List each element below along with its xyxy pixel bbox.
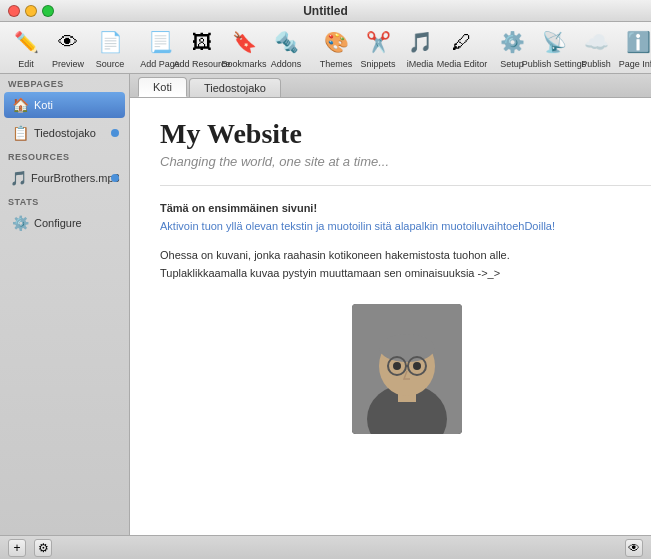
home-icon: 🏠 bbox=[10, 95, 30, 115]
setup-icon: ⚙️ bbox=[496, 26, 528, 58]
edit-icon: ✏️ bbox=[10, 26, 42, 58]
body-text-3: Ohessa on kuvani, jonka raahasin kotikon… bbox=[160, 249, 510, 261]
bottom-bar: + ⚙ 👁 bbox=[0, 535, 651, 559]
toolbar-add-resource[interactable]: 🖼 Add Resource bbox=[182, 22, 222, 73]
preview-area: My Website Changing the world, one site … bbox=[130, 98, 651, 535]
toolbar-themes-label: Themes bbox=[320, 59, 353, 69]
koti-label: Koti bbox=[34, 99, 53, 111]
preview-icon: 👁 bbox=[52, 26, 84, 58]
toolbar-edit-label: Edit bbox=[18, 59, 34, 69]
bookmarks-icon: 🔖 bbox=[228, 26, 260, 58]
svg-point-4 bbox=[379, 334, 435, 362]
body-text-4: Tuplaklikkaamalla kuvaa pystyin muuttama… bbox=[160, 267, 500, 279]
minimize-button[interactable] bbox=[25, 5, 37, 17]
window-title: Untitled bbox=[303, 4, 348, 18]
sidebar-item-koti[interactable]: 🏠 Koti bbox=[4, 92, 125, 118]
sidebar: WEBPAGES 🏠 Koti 📋 Tiedostojako RESOURCES… bbox=[0, 74, 130, 535]
body-text-1: Tämä on ensimmäinen sivuni! Aktivoin tuo… bbox=[160, 200, 651, 235]
main-layout: WEBPAGES 🏠 Koti 📋 Tiedostojako RESOURCES… bbox=[0, 74, 651, 535]
toolbar-media-editor-label: Media Editor bbox=[437, 59, 488, 69]
toolbar-imedia-label: iMedia bbox=[407, 59, 434, 69]
audio-icon: 🎵 bbox=[10, 168, 27, 188]
toolbar-publish-label: Publish bbox=[581, 59, 611, 69]
publish-settings-icon: 📡 bbox=[538, 26, 570, 58]
fourbrothers-label: FourBrothers.mp3 bbox=[31, 172, 120, 184]
page-info-icon: ℹ️ bbox=[622, 26, 651, 58]
settings-bottom-button[interactable]: ⚙ bbox=[34, 539, 52, 557]
toolbar-publish[interactable]: ☁️ Publish bbox=[576, 22, 616, 73]
publish-icon: ☁️ bbox=[580, 26, 612, 58]
toolbar-page-info[interactable]: ℹ️ Page Info bbox=[618, 22, 651, 73]
zoom-button[interactable] bbox=[42, 5, 54, 17]
tab-koti[interactable]: Koti bbox=[138, 77, 187, 97]
toolbar-media-editor[interactable]: 🖊 Media Editor bbox=[442, 22, 482, 73]
add-page-icon: 📃 bbox=[144, 26, 176, 58]
website-title: My Website bbox=[160, 118, 651, 150]
toolbar-setup-label: Setup bbox=[500, 59, 524, 69]
webpages-section-header: WEBPAGES bbox=[0, 74, 129, 91]
divider bbox=[160, 185, 651, 186]
add-page-bottom-button[interactable]: + bbox=[8, 539, 26, 557]
toolbar-themes[interactable]: 🎨 Themes bbox=[316, 22, 356, 73]
content-area: Koti Tiedostojako My Website Changing th… bbox=[130, 74, 651, 535]
body-text-3-container: Ohessa on kuvani, jonka raahasin kotikon… bbox=[160, 247, 651, 282]
toolbar-bookmarks-label: Bookmarks bbox=[222, 59, 267, 69]
preview-bottom-button[interactable]: 👁 bbox=[625, 539, 643, 557]
sidebar-item-fourbrothers[interactable]: 🎵 FourBrothers.mp3 bbox=[4, 165, 125, 191]
addons-icon: 🔩 bbox=[270, 26, 302, 58]
snippets-icon: ✂️ bbox=[362, 26, 394, 58]
tab-bar: Koti Tiedostojako bbox=[130, 74, 651, 98]
preview-portrait-image bbox=[352, 304, 462, 434]
toolbar-snippets-label: Snippets bbox=[360, 59, 395, 69]
toolbar-preview[interactable]: 👁 Preview bbox=[48, 22, 88, 73]
body-text-2: Aktivoin tuon yllä olevan tekstin ja muo… bbox=[160, 220, 555, 232]
toolbar-snippets[interactable]: ✂️ Snippets bbox=[358, 22, 398, 73]
toolbar-imedia[interactable]: 🎵 iMedia bbox=[400, 22, 440, 73]
configure-label: Configure bbox=[34, 217, 82, 229]
toolbar-publish-settings[interactable]: 📡 Publish Settings bbox=[534, 22, 574, 73]
svg-point-8 bbox=[393, 362, 401, 370]
add-resource-icon: 🖼 bbox=[186, 26, 218, 58]
toolbar-bookmarks[interactable]: 🔖 Bookmarks bbox=[224, 22, 264, 73]
toolbar-preview-label: Preview bbox=[52, 59, 84, 69]
fourbrothers-badge bbox=[111, 174, 119, 182]
stats-section-header: STATS bbox=[0, 192, 129, 209]
sidebar-item-configure[interactable]: ⚙️ Configure bbox=[4, 210, 125, 236]
toolbar-addons-label: Addons bbox=[271, 59, 302, 69]
tiedostojako-label: Tiedostojako bbox=[34, 127, 96, 139]
imedia-icon: 🎵 bbox=[404, 26, 436, 58]
themes-icon: 🎨 bbox=[320, 26, 352, 58]
toolbar-edit[interactable]: ✏️ Edit bbox=[6, 22, 46, 73]
close-button[interactable] bbox=[8, 5, 20, 17]
configure-icon: ⚙️ bbox=[10, 213, 30, 233]
toolbar-source-label: Source bbox=[96, 59, 125, 69]
source-icon: 📄 bbox=[94, 26, 126, 58]
toolbar-addons[interactable]: 🔩 Addons bbox=[266, 22, 306, 73]
toolbar: ✏️ Edit 👁 Preview 📄 Source 📃 Add Page 🖼 … bbox=[0, 22, 651, 74]
tiedostojako-badge bbox=[111, 129, 119, 137]
svg-point-9 bbox=[413, 362, 421, 370]
toolbar-page-info-label: Page Info bbox=[619, 59, 651, 69]
traffic-lights bbox=[8, 5, 54, 17]
title-bar: Untitled bbox=[0, 0, 651, 22]
folder-icon: 📋 bbox=[10, 123, 30, 143]
tab-tiedostojako[interactable]: Tiedostojako bbox=[189, 78, 281, 97]
media-editor-icon: 🖊 bbox=[446, 26, 478, 58]
sidebar-item-tiedostojako[interactable]: 📋 Tiedostojako bbox=[4, 120, 125, 146]
toolbar-source[interactable]: 📄 Source bbox=[90, 22, 130, 73]
website-subtitle: Changing the world, one site at a time..… bbox=[160, 154, 651, 169]
resources-section-header: RESOURCES bbox=[0, 147, 129, 164]
website-preview: My Website Changing the world, one site … bbox=[130, 98, 651, 535]
